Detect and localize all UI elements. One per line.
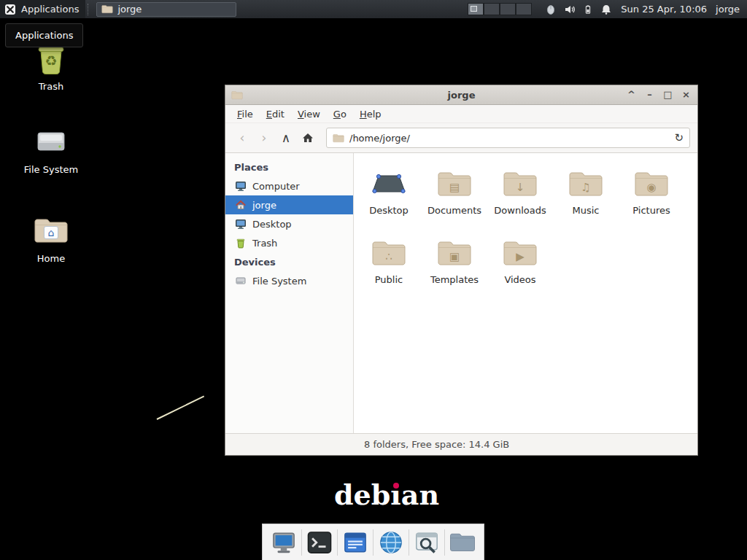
desktop-icon-trash[interactable]: ♻ Trash	[18, 41, 84, 92]
sidebar-item-jorge[interactable]: jorge	[225, 195, 353, 214]
menu-go[interactable]: Go	[327, 106, 353, 122]
dock-separator	[373, 529, 374, 556]
sidebar-item-computer[interactable]: Computer	[225, 176, 353, 195]
statusbar-text: 8 folders, Free space: 14.4 GiB	[364, 439, 509, 450]
path-input[interactable]	[349, 133, 669, 144]
user-label[interactable]: jorge	[716, 4, 740, 15]
dock-terminal-button[interactable]	[303, 526, 336, 559]
videos-emblem-icon: ▶	[516, 250, 525, 263]
file-item-pictures[interactable]: ◉ Pictures	[619, 166, 684, 236]
file-item-public[interactable]: ∴ Public	[357, 236, 421, 305]
file-manager-window: jorge ^ – □ × File Edit View Go Help ‹ ›…	[225, 85, 698, 456]
file-label: Documents	[427, 205, 481, 216]
back-button[interactable]: ‹	[233, 128, 252, 147]
sidebar-item-label: jorge	[252, 200, 276, 211]
volume-icon[interactable]	[564, 4, 576, 15]
debian-logo: debıan	[334, 478, 439, 511]
top-panel: Applications jorge Sun 25 Apr, 10:06 jor…	[0, 0, 747, 18]
sidebar-item-label: Trash	[252, 238, 277, 249]
home-icon	[302, 132, 314, 144]
clock[interactable]: Sun 25 Apr, 10:06	[621, 4, 707, 15]
public-emblem-icon: ∴	[385, 250, 392, 263]
menubar: File Edit View Go Help	[225, 105, 697, 123]
file-view: Desktop ▤ Documents ↓ Downloads ♫	[354, 153, 697, 433]
menu-view[interactable]: View	[291, 106, 327, 122]
file-label: Videos	[504, 274, 535, 285]
menu-help[interactable]: Help	[353, 106, 388, 122]
reload-button[interactable]: ↻	[674, 131, 684, 144]
file-label: Downloads	[494, 205, 546, 216]
taskbar-window-button[interactable]: jorge	[96, 2, 236, 17]
recycle-glyph: ♻	[44, 52, 57, 69]
drive-icon	[34, 124, 69, 159]
desktop-icon-file-system[interactable]: File System	[18, 124, 84, 175]
downloads-emblem-icon: ↓	[516, 181, 525, 194]
desktop-icon-label: Trash	[39, 81, 63, 92]
debian-logo-text: deb	[334, 478, 390, 511]
notifications-bell-icon[interactable]	[600, 4, 612, 15]
xfce-logo-icon	[4, 4, 16, 15]
workspace-switcher[interactable]	[468, 3, 532, 15]
statusbar: 8 folders, Free space: 14.4 GiB	[225, 433, 697, 455]
home-emblem-icon: ⌂	[44, 226, 58, 239]
desktop-icon-home[interactable]: ⌂ Home	[18, 213, 84, 264]
file-item-music[interactable]: ♫ Music	[554, 166, 618, 236]
debian-logo-i: ı	[390, 478, 400, 511]
terminal-icon	[307, 530, 332, 555]
folder-icon	[101, 4, 113, 14]
sidebar-item-desktop[interactable]: Desktop	[225, 214, 353, 233]
file-label: Public	[375, 274, 403, 285]
sidebar-item-trash[interactable]: Trash	[225, 233, 353, 252]
path-bar[interactable]: ↻	[326, 128, 690, 148]
up-button[interactable]: ∧	[276, 128, 295, 147]
sidebar-item-label: File System	[252, 276, 306, 287]
file-label: Templates	[430, 274, 479, 285]
home-button[interactable]	[298, 128, 317, 147]
titlebar[interactable]: jorge ^ – □ ×	[225, 85, 697, 105]
workspace-2[interactable]	[484, 3, 500, 15]
file-item-documents[interactable]: ▤ Documents	[422, 166, 487, 236]
file-label: Music	[573, 205, 600, 216]
file-item-templates[interactable]: ▣ Templates	[422, 236, 487, 305]
dock-console-button[interactable]	[339, 526, 371, 559]
workspace-3[interactable]	[500, 3, 516, 15]
minimize-button[interactable]: –	[644, 85, 655, 104]
pictures-emblem-icon: ◉	[646, 181, 656, 194]
forward-button[interactable]: ›	[255, 128, 274, 147]
dock-application-finder-button[interactable]	[411, 526, 443, 559]
globe-icon	[379, 530, 403, 555]
music-emblem-icon: ♫	[581, 181, 590, 194]
maximize-button[interactable]: □	[662, 85, 673, 104]
dock-show-desktop-button[interactable]	[268, 526, 300, 559]
trash-icon	[235, 237, 247, 249]
menu-edit[interactable]: Edit	[260, 106, 291, 122]
desktop-folder-icon	[371, 170, 406, 198]
pointer-device-icon[interactable]	[545, 4, 557, 15]
workspace-4[interactable]	[516, 3, 532, 15]
debian-logo-text: an	[401, 478, 439, 511]
file-item-desktop[interactable]: Desktop	[357, 166, 421, 236]
sidebar-item-file-system[interactable]: File System	[225, 271, 353, 290]
file-item-downloads[interactable]: ↓ Downloads	[488, 166, 552, 236]
file-manager-folder-icon	[449, 532, 476, 553]
dock-file-manager-button[interactable]	[446, 526, 479, 559]
desktop-icon-label: File System	[24, 164, 78, 175]
battery-icon[interactable]	[583, 4, 593, 15]
applications-menu-button[interactable]: Applications	[0, 0, 85, 18]
file-item-videos[interactable]: ▶ Videos	[488, 236, 552, 305]
file-label: Pictures	[632, 205, 670, 216]
computer-icon	[235, 180, 247, 192]
shade-button[interactable]: ^	[626, 85, 637, 104]
mouse-cursor	[157, 396, 205, 420]
dock-web-browser-button[interactable]	[375, 526, 407, 559]
file-label: Desktop	[369, 205, 409, 216]
show-desktop-icon	[271, 530, 296, 555]
display-icon	[235, 218, 247, 230]
window-body: Places Computer jorge Desktop Trash Devi…	[225, 153, 697, 433]
close-button[interactable]: ×	[681, 85, 692, 104]
devices-header: Devices	[225, 252, 353, 271]
workspace-1[interactable]	[468, 3, 484, 15]
menu-file[interactable]: File	[231, 106, 260, 122]
console-window-icon	[343, 530, 368, 555]
applications-tooltip: Applications	[5, 23, 83, 47]
